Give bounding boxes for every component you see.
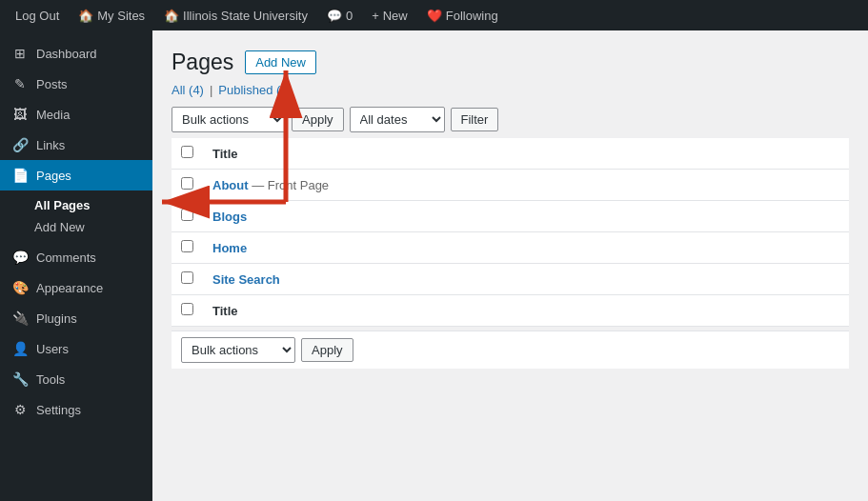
sidebar-item-media[interactable]: 🖼 Media [0, 99, 152, 130]
new-label: New [383, 9, 408, 23]
table-nav-top: Bulk actions Apply All dates Filter [172, 107, 849, 132]
tools-icon: 🔧 [11, 371, 29, 387]
sidebar-comments-label: Comments [36, 250, 96, 265]
published-filter-link[interactable]: Published (4) [218, 83, 292, 97]
sidebar-users-label: Users [36, 342, 69, 356]
links-icon: 🔗 [11, 137, 29, 152]
page-title-cell-4: Site Search [203, 264, 849, 295]
page-title: Pages [172, 50, 233, 75]
sidebar-item-plugins[interactable]: 🔌 Plugins [0, 303, 152, 333]
bulk-actions-select[interactable]: Bulk actions [172, 107, 286, 132]
sidebar-pages-label: Pages [36, 169, 71, 183]
bottom-select-all-checkbox[interactable] [181, 303, 193, 315]
pages-submenu: All Pages Add New [0, 190, 152, 242]
sidebar-dashboard-label: Dashboard [36, 47, 97, 61]
row-checkbox-cell [172, 264, 203, 295]
site-name: Illinois State University [183, 9, 308, 23]
row-checkbox-4[interactable] [181, 271, 193, 284]
row-checkbox-1[interactable] [181, 177, 193, 190]
appearance-icon: 🎨 [11, 280, 29, 295]
heart-icon: ❤️ [427, 9, 442, 23]
filter-links: All (4) | Published (4) [172, 83, 849, 97]
page-link-site-search[interactable]: Site Search [212, 272, 280, 287]
dashboard-icon: ⊞ [11, 46, 29, 61]
sidebar-item-pages[interactable]: 📄 Pages [0, 160, 152, 190]
sidebar-item-posts[interactable]: ✎ Posts [0, 69, 152, 99]
new-content-link[interactable]: + New [364, 0, 415, 30]
admin-bar: Log Out 🏠 My Sites 🏠 Illinois State Univ… [0, 0, 868, 30]
page-link-about[interactable]: About [212, 178, 249, 192]
my-sites-link[interactable]: 🏠 My Sites [71, 0, 152, 30]
comments-icon: 💬 [327, 9, 342, 23]
settings-icon: ⚙ [11, 402, 29, 417]
media-icon: 🖼 [11, 107, 29, 122]
all-filter-link[interactable]: All (4) [172, 83, 204, 97]
row-checkbox-cell [172, 170, 203, 201]
sidebar-tools-label: Tools [36, 372, 65, 387]
pages-icon: 📄 [11, 168, 29, 183]
select-all-header [172, 138, 203, 170]
pages-table: Title About — Front Page [172, 138, 849, 327]
front-page-label: — Front Page [252, 178, 329, 192]
sidebar-item-comments[interactable]: 💬 Comments [0, 242, 152, 272]
comments-nav-icon: 💬 [11, 250, 29, 265]
site-name-link[interactable]: 🏠 Illinois State University [156, 0, 315, 30]
following-link[interactable]: ❤️ Following [419, 0, 506, 30]
bottom-apply-button[interactable]: Apply [301, 338, 353, 362]
title-column-header: Title [203, 138, 849, 170]
sidebar-item-links[interactable]: 🔗 Links [0, 130, 152, 160]
select-all-checkbox[interactable] [181, 146, 193, 158]
row-checkbox-cell [172, 232, 203, 264]
row-checkbox-cell [172, 201, 203, 232]
date-filter-select[interactable]: All dates [350, 107, 445, 132]
posts-icon: ✎ [11, 76, 29, 91]
comments-count: 0 [346, 9, 353, 23]
sidebar-settings-label: Settings [36, 403, 81, 417]
bottom-header-checkbox-cell [172, 295, 203, 327]
following-label: Following [446, 9, 498, 23]
users-icon: 👤 [11, 341, 29, 356]
row-checkbox-3[interactable] [181, 240, 193, 252]
add-new-button[interactable]: Add New [245, 50, 316, 74]
sidebar-sub-all-pages[interactable]: All Pages [34, 194, 152, 216]
my-sites-label: My Sites [97, 9, 145, 23]
comments-link[interactable]: 💬 0 [319, 0, 360, 30]
sidebar: ⊞ Dashboard ✎ Posts 🖼 Media 🔗 Links 📄 Pa… [0, 30, 152, 501]
sidebar-item-settings[interactable]: ⚙ Settings [0, 394, 152, 425]
page-title-cell-2: Blogs [203, 201, 849, 232]
table-nav-bottom: Bulk actions Apply [172, 331, 849, 369]
filter-sep: | [210, 83, 212, 97]
apply-button[interactable]: Apply [292, 108, 344, 131]
sidebar-item-tools[interactable]: 🔧 Tools [0, 364, 152, 394]
site-home-icon: 🏠 [164, 9, 179, 23]
page-link-blogs[interactable]: Blogs [212, 210, 247, 224]
table-row: About — Front Page [172, 170, 849, 201]
plus-icon: + [372, 9, 379, 23]
row-checkbox-2[interactable] [181, 209, 193, 221]
table-row-bottom-header: Title [172, 295, 849, 327]
sidebar-item-users[interactable]: 👤 Users [0, 333, 152, 364]
page-title-cell-3: Home [203, 232, 849, 264]
table-row: Blogs [172, 201, 849, 232]
sidebar-appearance-label: Appearance [36, 281, 103, 295]
sidebar-media-label: Media [36, 108, 70, 122]
sidebar-plugins-label: Plugins [36, 311, 77, 326]
main-content: Pages Add New All (4) | Published (4) Bu… [152, 30, 868, 501]
sidebar-item-appearance[interactable]: 🎨 Appearance [0, 272, 152, 303]
sidebar-posts-label: Posts [36, 77, 68, 91]
sidebar-links-label: Links [36, 138, 65, 152]
page-layout: ⊞ Dashboard ✎ Posts 🖼 Media 🔗 Links 📄 Pa… [0, 30, 868, 501]
sidebar-sub-add-new[interactable]: Add New [34, 216, 152, 238]
filter-button[interactable]: Filter [451, 108, 499, 131]
bottom-bulk-actions-select[interactable]: Bulk actions [181, 337, 295, 363]
published-count: (4) [276, 83, 292, 97]
plugins-icon: 🔌 [11, 311, 29, 326]
logout-link[interactable]: Log Out [8, 0, 67, 30]
all-count: (4) [189, 83, 204, 97]
table-row: Home [172, 232, 849, 264]
logout-label: Log Out [15, 9, 59, 23]
home-icon: 🏠 [78, 9, 93, 23]
page-title-cell-1: About — Front Page [203, 170, 849, 201]
page-link-home[interactable]: Home [212, 241, 247, 255]
sidebar-item-dashboard[interactable]: ⊞ Dashboard [0, 38, 152, 69]
